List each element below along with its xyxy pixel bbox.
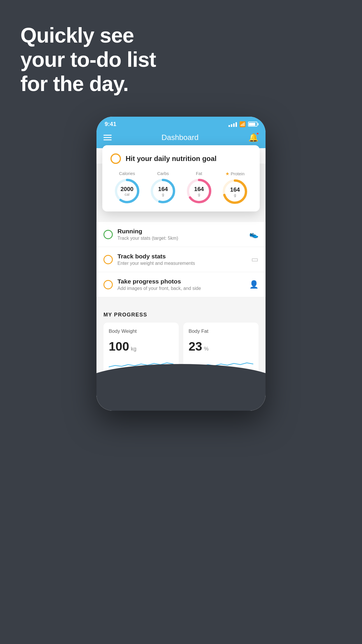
ring-value: 164 (194, 186, 204, 192)
ring-unit: g (230, 193, 240, 197)
todo-item[interactable]: Take progress photos Add images of your … (96, 272, 266, 297)
progress-value-row: 100 kg (109, 340, 173, 354)
status-time: 9:41 (105, 121, 116, 127)
ring-container: 2000 cal (114, 178, 140, 204)
progress-unit: kg (131, 346, 136, 352)
ring-value: 164 (158, 186, 168, 192)
status-icons: 📶 (229, 121, 257, 127)
ring-unit: g (158, 192, 168, 197)
progress-card-title: Body Fat (189, 328, 253, 334)
hero-line2: your to-do list (20, 48, 156, 72)
nav-title: Dashboard (161, 133, 198, 142)
nutrition-rings: Calories 2000 cal Carbs 164 g Fat 164 g … (110, 171, 252, 204)
bg-shape (96, 364, 266, 411)
signal-icon (229, 122, 237, 127)
hero-text: Quickly see your to-do list for the day. (20, 23, 156, 96)
ring-unit: cal (121, 192, 134, 197)
ring-value: 2000 (121, 186, 134, 192)
ring-label: Calories (119, 171, 135, 176)
todo-desc: Track your stats (target: 5km) (117, 236, 245, 241)
ring-label-text: Calories (119, 171, 135, 176)
todo-circle (103, 230, 113, 239)
todo-action-icon: 👟 (249, 230, 259, 239)
ring-label-text: Protein (231, 171, 245, 176)
todo-circle (103, 255, 113, 264)
ring-text: 164 g (230, 186, 240, 197)
ring-text: 2000 cal (121, 186, 134, 197)
progress-value: 100 (109, 340, 129, 354)
todo-list: Running Track your stats (target: 5km) 👟… (96, 222, 266, 297)
nutrition-card-title: Hit your daily nutrition goal (126, 155, 217, 163)
notification-dot (256, 132, 259, 135)
ring-text: 164 g (194, 186, 204, 197)
phone-mockup: 9:41 📶 Dashboard 🔔 (96, 117, 266, 411)
star-icon: ★ (225, 171, 229, 176)
nutrition-card[interactable]: Hit your daily nutrition goal Calories 2… (102, 145, 260, 211)
ring-item: Carbs 164 g (150, 171, 176, 204)
todo-info: Track body stats Enter your weight and m… (117, 253, 247, 266)
progress-value: 23 (189, 340, 202, 354)
hero-line3: for the day. (20, 72, 156, 96)
progress-value-row: 23 % (189, 340, 253, 354)
todo-check-circle[interactable] (110, 153, 121, 164)
todo-name: Track body stats (117, 253, 247, 260)
ring-container: 164 g (186, 178, 212, 204)
status-bar: 9:41 📶 (96, 117, 266, 130)
progress-unit: % (204, 346, 209, 352)
notification-button[interactable]: 🔔 (248, 133, 259, 142)
todo-desc: Enter your weight and measurements (117, 261, 247, 266)
todo-info: Running Track your stats (target: 5km) (117, 228, 245, 241)
ring-item: ★Protein 164 g (222, 171, 248, 204)
todo-info: Take progress photos Add images of your … (117, 278, 245, 291)
battery-icon (248, 122, 257, 127)
ring-item: Fat 164 g (186, 171, 212, 204)
ring-unit: g (194, 192, 204, 197)
todo-name: Take progress photos (117, 278, 245, 285)
wifi-icon: 📶 (239, 121, 246, 127)
app-content: THINGS TO DO TODAY Hit your daily nutrit… (96, 148, 266, 411)
ring-text: 164 g (158, 186, 168, 197)
todo-desc: Add images of your front, back, and side (117, 286, 245, 291)
todo-circle (103, 280, 113, 289)
ring-label: ★Protein (225, 171, 245, 176)
ring-label: Fat (196, 171, 202, 176)
hero-line1: Quickly see (20, 23, 156, 48)
ring-label-text: Fat (196, 171, 202, 176)
todo-item[interactable]: Running Track your stats (target: 5km) 👟 (96, 222, 266, 247)
ring-container: 164 g (222, 179, 248, 204)
progress-card-title: Body Weight (109, 328, 173, 334)
ring-container: 164 g (150, 178, 176, 204)
todo-action-icon: ▭ (251, 255, 259, 264)
todo-item[interactable]: Track body stats Enter your weight and m… (96, 247, 266, 272)
ring-value: 164 (230, 186, 240, 193)
ring-item: Calories 2000 cal (114, 171, 140, 204)
menu-button[interactable] (103, 135, 112, 140)
ring-label-text: Carbs (157, 171, 169, 176)
todo-name: Running (117, 228, 245, 235)
progress-header: MY PROGRESS (103, 306, 259, 323)
ring-label: Carbs (157, 171, 169, 176)
todo-action-icon: 👤 (249, 280, 259, 289)
nutrition-card-header: Hit your daily nutrition goal (110, 153, 252, 164)
